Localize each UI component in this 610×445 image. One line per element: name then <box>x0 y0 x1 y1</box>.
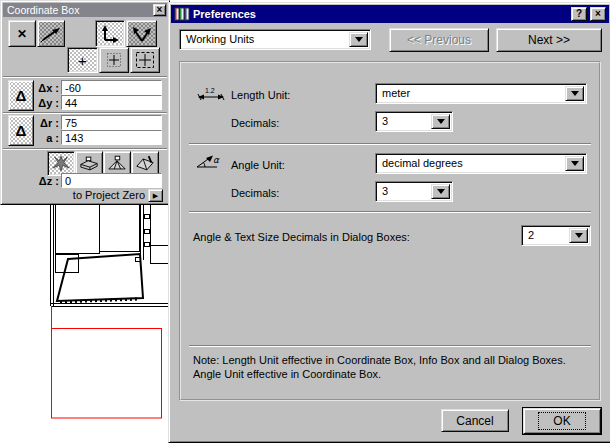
svg-text:1.2: 1.2 <box>205 87 215 94</box>
mesh-icon <box>107 155 127 172</box>
cancel-label: Cancel <box>456 414 493 428</box>
length-unit-value: meter <box>382 87 410 99</box>
preference-page-value: Working Units <box>186 33 254 45</box>
grid-snap-off-button[interactable]: + <box>67 47 98 73</box>
next-button[interactable]: Next >> <box>496 28 602 52</box>
previous-label: << Previous <box>407 33 471 47</box>
plus-dotted-grid-icon <box>104 50 124 70</box>
angle-decimals-label: Decimals: <box>231 187 279 199</box>
close-icon[interactable]: × <box>153 4 166 16</box>
cancel-button[interactable]: Cancel <box>441 409 509 432</box>
angle-unit-select[interactable]: decimal degrees <box>375 153 587 174</box>
delta-icon: Δ <box>16 122 27 139</box>
preferences-dialog: Preferences ? × Working Units << Previou… <box>168 2 610 443</box>
close-glyph: × <box>595 8 601 20</box>
length-unit-label: Length Unit: <box>231 89 290 101</box>
units-note-text: Note: Length Unit effective in Coordinat… <box>193 353 595 381</box>
arrow-right-icon: ▶ <box>153 192 158 200</box>
separator <box>189 345 591 347</box>
separator <box>3 148 167 150</box>
help-glyph: ? <box>576 8 582 20</box>
dz-label: Δz : <box>33 175 59 187</box>
length-decimals-label: Decimals: <box>231 117 279 129</box>
app-icon <box>174 7 190 21</box>
chevron-down-icon[interactable] <box>431 184 450 199</box>
dz-input[interactable] <box>61 173 162 188</box>
grid-snap-frame-button[interactable] <box>130 47 160 73</box>
angle-decimals-select[interactable]: 3 <box>375 181 453 202</box>
cross-icon: ✕ <box>17 27 27 41</box>
preference-page-select[interactable]: Working Units <box>179 29 371 50</box>
previous-button: << Previous <box>389 28 489 52</box>
grid-rotate-button[interactable] <box>37 20 65 47</box>
floor-plan-drawing <box>0 202 168 445</box>
separator <box>3 76 167 78</box>
separator <box>3 112 167 114</box>
help-icon[interactable]: ? <box>571 7 587 21</box>
rotated-grid-icon <box>40 24 62 44</box>
dialog-decimals-label: Angle & Text Size Decimals in Dialog Box… <box>193 231 410 243</box>
chevron-down-icon[interactable] <box>565 156 584 171</box>
dx-label: Δx : <box>31 82 59 94</box>
reference-level-label: to Project Zero <box>41 189 145 201</box>
plus-framed-grid-icon <box>134 50 156 70</box>
reference-level-menu-button[interactable]: ▶ <box>148 189 163 202</box>
working-units-panel: 1.2 Length Unit: meter Decimals: 3 <box>179 61 601 401</box>
dr-input[interactable] <box>61 115 162 130</box>
dy-label: Δy : <box>31 97 59 109</box>
grid-snap-button[interactable] <box>99 47 129 73</box>
separator <box>189 211 591 213</box>
chevron-down-icon[interactable] <box>569 228 588 243</box>
ok-label: OK <box>538 412 585 430</box>
gravity-off-icon <box>51 155 71 172</box>
preferences-title: Preferences <box>193 8 256 20</box>
angle-decimals-value: 3 <box>382 185 388 197</box>
angle-unit-label: Angle Unit: <box>231 159 285 171</box>
next-label: Next >> <box>528 33 570 47</box>
roof-icon <box>135 155 155 172</box>
length-unit-icon: 1.2 <box>197 85 225 101</box>
angle-label: a : <box>31 132 59 144</box>
close-icon[interactable]: × <box>590 7 606 21</box>
dialog-decimals-value: 2 <box>528 229 534 241</box>
polar-coords-button[interactable] <box>126 20 157 47</box>
delta-icon: Δ <box>16 87 27 104</box>
orthogonal-axes-icon <box>99 24 121 44</box>
dx-input[interactable] <box>61 80 162 95</box>
slab-icon <box>79 155 99 172</box>
angle-unit-icon: α <box>195 153 223 169</box>
ok-button[interactable]: OK <box>523 408 601 434</box>
app-screen: Coordinate Box × ✕ <box>0 0 610 445</box>
plus-icon: + <box>78 52 87 69</box>
chevron-down-icon[interactable] <box>431 114 450 129</box>
coordinate-origin-button[interactable]: ✕ <box>8 20 36 47</box>
close-glyph: × <box>157 4 163 16</box>
chevron-down-icon[interactable] <box>349 32 368 47</box>
length-decimals-select[interactable]: 3 <box>375 111 453 132</box>
length-decimals-value: 3 <box>382 115 388 127</box>
diagonal-axes-icon <box>131 24 153 44</box>
angle-input[interactable] <box>61 130 162 145</box>
relative-coords-button[interactable] <box>95 20 125 47</box>
angle-unit-value: decimal degrees <box>382 157 463 169</box>
preferences-titlebar[interactable]: Preferences ? × <box>171 5 609 23</box>
coordinate-box-palette: Coordinate Box × ✕ <box>0 0 170 205</box>
chevron-down-icon[interactable] <box>565 86 584 101</box>
coordinate-box-titlebar[interactable]: Coordinate Box × <box>3 3 167 17</box>
length-unit-select[interactable]: meter <box>375 83 587 104</box>
svg-text:α: α <box>213 155 220 165</box>
dy-input[interactable] <box>61 95 162 110</box>
dialog-decimals-select[interactable]: 2 <box>521 225 591 246</box>
dr-label: Δr : <box>31 117 59 129</box>
coordinate-box-title: Coordinate Box <box>7 4 79 16</box>
separator <box>189 143 591 145</box>
